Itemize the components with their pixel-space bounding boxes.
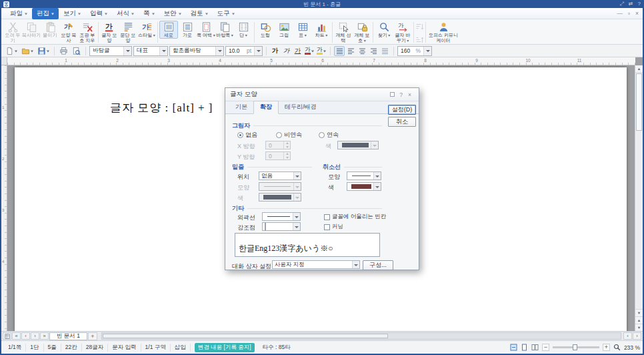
doc-close-icon[interactable]: × (635, 10, 639, 17)
align-left-button[interactable] (345, 46, 356, 56)
ribbon-copy-format[interactable]: 가 모양 복사 (59, 21, 78, 44)
print-button[interactable] (58, 46, 69, 56)
ribbon-paste[interactable]: 붙이기 (41, 21, 59, 38)
view-layout-icon[interactable] (3, 332, 11, 340)
zoom-out-button[interactable]: − (542, 344, 549, 351)
horizontal-ruler[interactable]: 1 2 3 4 5 6 7 8 9 10 11 (7, 57, 635, 65)
font-fitting-space-checkbox[interactable]: 글꼴에 어울리는 빈칸 (324, 213, 386, 221)
status-input-mode[interactable]: 문자 입력 (108, 344, 141, 352)
vertical-ruler[interactable]: 1 2 3 4 (1, 65, 7, 331)
ribbon-replace[interactable]: 가 글자 바꾸기 (393, 21, 412, 44)
ribbon-picture[interactable]: 그림 (275, 21, 293, 38)
prev-page-icon[interactable]: ▲ (635, 316, 643, 324)
font-size-select[interactable]: 10.0pt (225, 46, 263, 56)
scroll-down-icon[interactable]: ▼ (635, 309, 643, 316)
shadow-continuous-radio[interactable]: 연속 (319, 131, 339, 139)
menu-edit[interactable]: 편집 (32, 8, 59, 19)
ribbon-style[interactable]: 가 스타일 (137, 21, 156, 38)
zoom-slider[interactable] (553, 346, 599, 348)
cancel-button[interactable]: 취소 (388, 117, 416, 127)
font-select[interactable]: 함초롬바탕 (169, 46, 224, 56)
ribbon-object-protect[interactable]: 개체 보호 (353, 21, 371, 44)
menu-review[interactable]: 검토 (186, 8, 213, 19)
ribbon-cut[interactable]: 오려 두기 (3, 21, 22, 44)
vertical-scrollbar[interactable]: ▲ ▼ ▲ ▼ (635, 65, 643, 331)
horizontal-scrollbar[interactable] (101, 332, 621, 340)
ribbon-shapes[interactable]: 도형 (256, 21, 275, 38)
outline-shape-select[interactable] (262, 212, 301, 221)
underline-button[interactable]: 가 (293, 46, 303, 56)
fullscreen-icon[interactable]: ⤢ (619, 0, 623, 8)
vertical-scroll-thumb[interactable] (636, 73, 642, 131)
ruler-corner-box[interactable] (1, 57, 7, 65)
whole-page-view-icon[interactable] (521, 344, 528, 351)
ribbon-columns[interactable]: 단 (234, 21, 253, 38)
menu-page[interactable]: 쪽 (139, 8, 159, 19)
zoom-percentage[interactable]: 233 % (624, 344, 640, 351)
char-color-button[interactable]: 가 (304, 46, 315, 56)
accent-mark-select[interactable] (262, 222, 301, 231)
ribbon-horizontal[interactable]: 가로 (178, 21, 197, 38)
align-right-button[interactable] (368, 46, 379, 56)
new-document-button[interactable] (4, 46, 19, 56)
line-spacing-select[interactable]: 160% (397, 46, 432, 56)
shadow-none-radio[interactable]: 없음 (237, 131, 257, 139)
magnifier-icon[interactable] (613, 344, 621, 351)
align-justify-button[interactable] (334, 46, 345, 56)
zoom-in-button[interactable]: + (603, 344, 610, 351)
menu-security[interactable]: 보안 (159, 8, 186, 19)
dialog-settings-select[interactable]: 사용자 지정 (272, 260, 360, 269)
menu-input[interactable]: 입력 (85, 8, 112, 19)
ribbon-chart[interactable]: 차트 (312, 21, 331, 38)
horizontal-scroll-thumb[interactable] (103, 334, 388, 338)
underline-position-select[interactable]: 없음 (259, 171, 301, 180)
menu-view[interactable]: 보기 (59, 8, 85, 19)
ribbon-page-margin[interactable]: 쪽 여백 (197, 21, 215, 38)
menu-tools[interactable]: 도구 (213, 8, 239, 19)
bold-button[interactable]: 가 (270, 46, 280, 56)
scroll-up-icon[interactable]: ▲ (635, 65, 643, 73)
doc-minimize-icon[interactable]: — (617, 10, 623, 17)
ribbon-table[interactable]: 표 (293, 21, 312, 38)
menu-file[interactable]: 파일 (5, 8, 32, 19)
ribbon-communicator[interactable]: 오피스 커뮤니케이터 (427, 21, 459, 44)
zoom-slider-thumb[interactable] (573, 344, 577, 350)
sort-ascending-button[interactable] (415, 22, 424, 34)
scroll-left-icon[interactable]: ‹ (623, 332, 632, 340)
dialog-titlebar[interactable]: 글자 모양 ? × (225, 88, 419, 101)
add-tab-button[interactable]: + (88, 332, 97, 340)
ribbon-master-page[interactable]: 바탕쪽 (215, 21, 234, 38)
help-icon[interactable]: ? (638, 0, 641, 8)
dialog-help-icon[interactable]: ? (397, 91, 405, 98)
last-tab-button[interactable]: » (40, 332, 49, 340)
doc-restore-icon[interactable]: ▫ (628, 10, 630, 17)
configure-button[interactable]: 구성... (363, 260, 393, 270)
first-tab-button[interactable]: « (12, 332, 21, 340)
scroll-right-icon[interactable]: › (633, 332, 641, 340)
tab-border-background[interactable]: 테두리/배경 (279, 101, 323, 113)
preset-select[interactable]: 대표 (133, 46, 168, 56)
highlight-color-button[interactable]: 가 (316, 46, 327, 56)
strikeout-shape-select[interactable] (347, 171, 381, 180)
document-tab-active[interactable]: 빈 문서 1 (49, 332, 87, 340)
apply-button[interactable]: 설정(D) (388, 105, 416, 115)
document-text[interactable]: 글자 모양 : [alt] + ] (110, 100, 213, 115)
italic-button[interactable]: 가 (281, 46, 291, 56)
page-width-view-icon[interactable] (510, 344, 517, 351)
strikeout-color-picker[interactable] (347, 182, 381, 191)
next-tab-button[interactable]: › (31, 332, 39, 340)
align-distribute-button[interactable] (379, 46, 390, 56)
ribbon-object-select[interactable]: 개체 선택 (334, 21, 353, 44)
shadow-discontinuous-radio[interactable]: 비연속 (276, 131, 302, 139)
ribbon-char-shape[interactable]: 가 글자 모양 (100, 21, 119, 44)
dialog-pin-icon[interactable] (388, 91, 397, 98)
status-insert-mode[interactable]: 삽입 (171, 344, 191, 352)
prev-tab-button[interactable]: ‹ (21, 332, 30, 340)
tab-basic[interactable]: 기본 (229, 101, 253, 113)
align-center-button[interactable] (357, 46, 367, 56)
style-select[interactable]: 바탕글 (89, 46, 132, 56)
preview-button[interactable] (71, 46, 82, 56)
tab-extended[interactable]: 확장 (253, 101, 279, 114)
track-changes-badge[interactable]: 변경 내용 [기록 중지] (195, 343, 255, 352)
ribbon-para-shape[interactable]: 문단 모양 (119, 21, 137, 44)
